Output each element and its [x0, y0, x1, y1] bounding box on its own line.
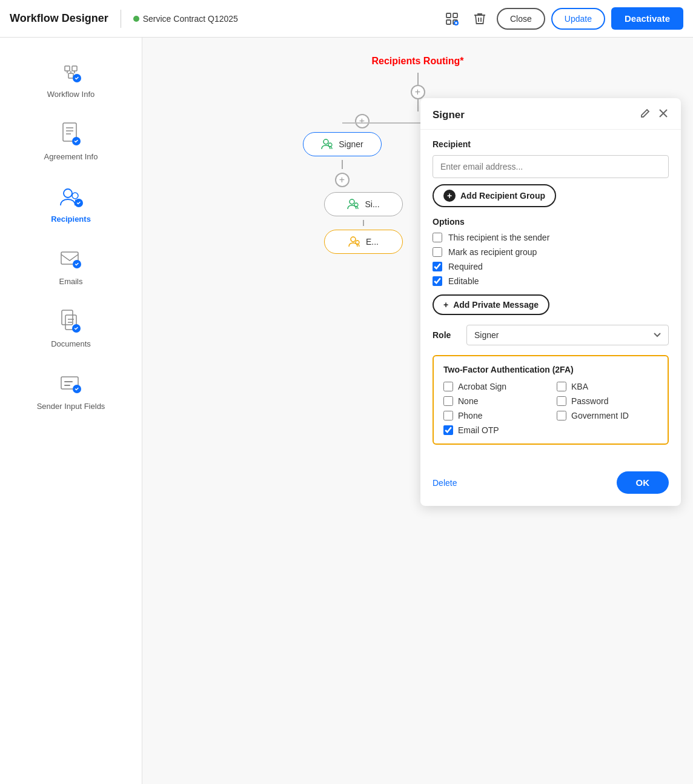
svg-rect-5: [65, 66, 70, 71]
panel-edit-button[interactable]: [640, 108, 651, 122]
option-group-checkbox[interactable]: [433, 247, 442, 257]
contract-name: Service Contract Q12025: [143, 14, 238, 24]
header-divider: [121, 10, 121, 28]
sidebar-item-documents[interactable]: Documents: [0, 299, 142, 357]
signer-node-left[interactable]: Signer: [303, 132, 382, 156]
plus-circle-msg-icon: +: [443, 300, 448, 310]
option-editable-row: Editable: [433, 276, 669, 286]
add-private-message-button[interactable]: + Add Private Message: [433, 294, 549, 315]
role-label: Role: [433, 330, 457, 340]
sidebar-label-emails: Emails: [59, 277, 82, 286]
emails-icon: [57, 245, 85, 273]
flow-arrow-left: [342, 160, 343, 169]
sidebar-item-sender-input-fields[interactable]: Sender Input Fields: [0, 362, 142, 419]
required-asterisk: *: [460, 56, 463, 66]
tfa-emailotp-checkbox[interactable]: [443, 425, 453, 435]
svg-rect-0: [446, 13, 451, 18]
svg-rect-7: [68, 73, 73, 78]
tfa-govtid-item: Government ID: [557, 411, 658, 420]
tfa-kba-checkbox[interactable]: [557, 382, 566, 391]
tfa-phone-item: Phone: [443, 411, 545, 420]
option-sender-row: This recipient is the sender: [433, 233, 669, 242]
tfa-title: Two-Factor Authentication (2FA): [443, 365, 658, 374]
app-title: Workflow Designer: [10, 12, 108, 25]
tfa-phone-checkbox[interactable]: [443, 411, 453, 420]
add-below-left[interactable]: +: [335, 173, 350, 187]
plus-circle-icon: +: [443, 190, 456, 202]
option-sender-label[interactable]: This recipient is the sender: [448, 233, 549, 242]
option-editable-checkbox[interactable]: [433, 276, 442, 286]
panel-header: Signer: [420, 98, 681, 130]
lower-signer-label-1: Si...: [365, 199, 379, 209]
flow-arrow-1: [417, 73, 419, 85]
delete-icon-button[interactable]: [469, 8, 491, 30]
add-group-label: Add Recipient Group: [460, 191, 545, 201]
tfa-kba-item: KBA: [557, 382, 658, 391]
tfa-phone-label[interactable]: Phone: [458, 411, 482, 420]
tfa-acrobat-label[interactable]: Acrobat Sign: [458, 382, 506, 391]
branch-left: Signer +: [303, 132, 382, 187]
options-title: Options: [433, 217, 669, 227]
tfa-options-grid: Acrobat Sign KBA None Password: [443, 382, 658, 435]
delete-button[interactable]: Delete: [433, 478, 457, 488]
tfa-emailotp-label[interactable]: Email OTP: [458, 425, 499, 435]
add-recipient-group-button[interactable]: + Add Recipient Group: [433, 184, 556, 207]
lower-left-branch: Si... E...: [324, 192, 403, 254]
signer-panel: Signer Recipient: [420, 98, 681, 506]
tfa-acrobat-checkbox[interactable]: [443, 382, 453, 391]
tfa-none-item: None: [443, 396, 545, 406]
lower-signer-label-2: E...: [366, 237, 379, 247]
add-branch-left[interactable]: +: [355, 114, 370, 128]
tfa-kba-label[interactable]: KBA: [571, 382, 588, 391]
close-button[interactable]: Close: [497, 8, 545, 30]
email-input[interactable]: [433, 155, 669, 178]
svg-point-27: [351, 237, 356, 242]
tfa-password-checkbox[interactable]: [557, 396, 566, 406]
svg-point-21: [323, 139, 328, 144]
sidebar-item-workflow-info[interactable]: Workflow Info: [0, 50, 142, 107]
option-group-label[interactable]: Mark as recipient group: [448, 247, 537, 257]
signer-label-left: Signer: [339, 139, 363, 149]
add-node-top[interactable]: +: [411, 85, 425, 99]
sidebar-item-recipients[interactable]: Recipients: [0, 174, 142, 232]
sidebar-label-agreement-info: Agreement Info: [44, 152, 98, 161]
role-select[interactable]: Signer Approver Acceptor Form Filler Cer…: [466, 325, 669, 345]
tfa-none-label[interactable]: None: [458, 396, 478, 406]
tfa-password-label[interactable]: Password: [571, 396, 608, 406]
lower-signer-node-1[interactable]: Si...: [324, 192, 403, 216]
grid-icon-button[interactable]: [441, 8, 463, 30]
lower-signer-node-2[interactable]: E...: [324, 230, 403, 254]
sidebar-label-sender-input-fields: Sender Input Fields: [37, 402, 105, 411]
tfa-acrobat-item: Acrobat Sign: [443, 382, 545, 391]
main-layout: Workflow Info Agreement Info: [0, 38, 693, 784]
lower-nodes: Si... E...: [324, 192, 403, 254]
options-section: Options This recipient is the sender Mar…: [433, 217, 669, 286]
option-group-row: Mark as recipient group: [433, 247, 669, 257]
option-required-row: Required: [433, 262, 669, 271]
status-indicator: [133, 16, 139, 22]
tfa-none-checkbox[interactable]: [443, 396, 453, 406]
option-sender-checkbox[interactable]: [433, 233, 442, 242]
recipients-icon: [57, 183, 85, 211]
sidebar-item-agreement-info[interactable]: Agreement Info: [0, 112, 142, 170]
sender-input-fields-icon: [57, 370, 85, 398]
deactivate-button[interactable]: Deactivate: [611, 7, 683, 30]
ok-button[interactable]: OK: [617, 471, 669, 494]
tfa-section: Two-Factor Authentication (2FA) Acrobat …: [433, 355, 669, 445]
panel-header-actions: [640, 108, 669, 122]
workflow-info-icon: [57, 58, 85, 86]
svg-rect-2: [446, 20, 451, 24]
svg-rect-6: [72, 66, 77, 71]
tfa-govtid-checkbox[interactable]: [557, 411, 566, 420]
option-required-checkbox[interactable]: [433, 262, 442, 271]
sidebar-label-documents: Documents: [51, 339, 91, 348]
agreement-info-icon: [57, 121, 85, 148]
add-private-message-label: Add Private Message: [453, 300, 539, 310]
panel-close-button[interactable]: [658, 108, 669, 122]
option-editable-label[interactable]: Editable: [448, 276, 479, 286]
option-required-label[interactable]: Required: [448, 262, 483, 271]
tfa-govtid-label[interactable]: Government ID: [571, 411, 629, 420]
panel-body: Recipient + Add Recipient Group Options …: [420, 130, 681, 464]
update-button[interactable]: Update: [551, 8, 605, 30]
sidebar-item-emails[interactable]: Emails: [0, 237, 142, 294]
